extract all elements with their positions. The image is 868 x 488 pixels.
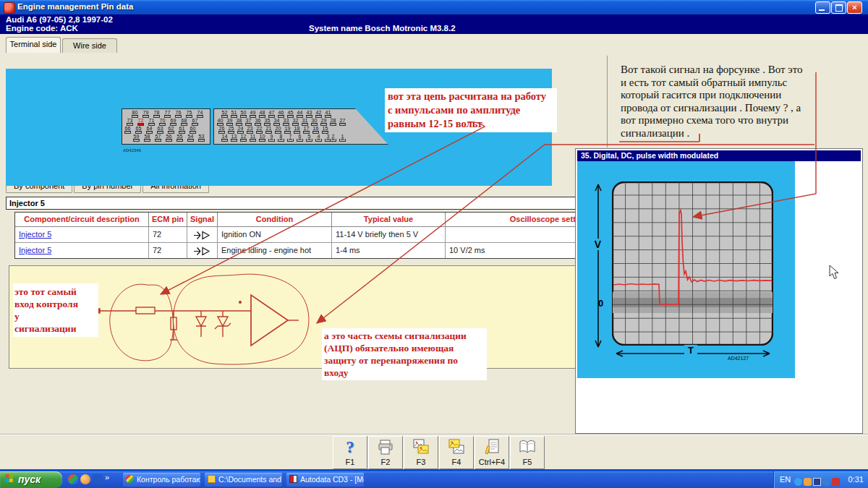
pin-46[interactable]: 46	[276, 111, 286, 118]
start-button[interactable]: пуск	[0, 471, 62, 488]
messenger-icon[interactable]	[794, 478, 802, 486]
pin-23[interactable]: 23	[245, 127, 255, 134]
pin-63[interactable]: 63	[155, 127, 166, 134]
pin-45[interactable]: 45	[286, 111, 295, 118]
task-button-c-documents-and-se[interactable]: C:\Documents and Se...	[205, 473, 282, 487]
pin-42[interactable]: 42	[314, 111, 323, 118]
pin-9[interactable]: 9	[267, 134, 276, 142]
task-button-autodata-cd3-mod[interactable]: Autodata CD3 - [Mod...	[286, 473, 364, 487]
pin-19[interactable]: 19	[283, 127, 292, 134]
pin-25[interactable]: 25	[226, 127, 236, 134]
pin-66[interactable]: 66	[122, 127, 133, 134]
pin-51[interactable]: 51	[229, 111, 239, 118]
pin-22[interactable]: 22	[255, 127, 264, 134]
pin-24[interactable]: 24	[236, 127, 245, 134]
pin-41[interactable]: 41	[323, 111, 333, 118]
component-link[interactable]: Injector 5	[19, 246, 51, 254]
pin-73[interactable]: 73	[124, 119, 135, 126]
pin-10[interactable]: 10	[258, 134, 267, 142]
pin-14[interactable]: 14	[220, 134, 229, 142]
pin-37[interactable]: 37	[244, 119, 253, 126]
pin-4[interactable]: 4	[314, 134, 323, 142]
pin-16[interactable]: 16	[311, 127, 320, 134]
pin-29[interactable]: 29	[319, 119, 328, 126]
pin-33[interactable]: 33	[281, 119, 291, 126]
pin-54[interactable]: 54	[185, 134, 196, 142]
pin-75[interactable]: 75	[184, 111, 195, 118]
language-indicator[interactable]: EN	[780, 475, 791, 484]
toolbar-button-f2[interactable]: F2	[368, 436, 403, 469]
pin-64[interactable]: 64	[144, 127, 155, 134]
pin-44[interactable]: 44	[295, 111, 305, 118]
pin-79[interactable]: 79	[140, 111, 151, 118]
pin-6[interactable]: 6	[295, 134, 305, 142]
pin-53[interactable]: 53	[196, 134, 207, 142]
pin-58[interactable]: 58	[142, 134, 153, 142]
pin-80[interactable]: 80	[129, 111, 140, 118]
pin-72-selected[interactable]: 72	[135, 119, 146, 126]
close-button[interactable]: ×	[847, 1, 862, 14]
pin-1[interactable]: 1	[338, 134, 347, 142]
toolbar-button-ctrl-f4[interactable]: Ctrl+F4	[475, 436, 509, 469]
pin-78[interactable]: 78	[151, 111, 162, 118]
pin-7[interactable]: 7	[286, 134, 295, 142]
pin-61[interactable]: 61	[176, 127, 187, 134]
toolbar-button-f4[interactable]: F4	[439, 436, 474, 469]
pin-38[interactable]: 38	[234, 119, 244, 126]
pin-62[interactable]: 62	[166, 127, 176, 134]
pin-48[interactable]: 48	[258, 111, 267, 118]
toolbar-button-f1[interactable]: ??F1	[333, 436, 367, 469]
pin-11[interactable]: 11	[248, 134, 258, 142]
component-link[interactable]: Injector 5	[19, 230, 51, 239]
pin-21[interactable]: 21	[264, 127, 273, 134]
quick-launch-overflow-chevron[interactable]: »	[105, 473, 109, 481]
pin-20[interactable]: 20	[273, 127, 283, 134]
pin-52[interactable]: 52	[220, 111, 229, 118]
pin-5[interactable]: 5	[305, 134, 314, 142]
hand-icon[interactable]	[804, 478, 812, 486]
toolbar-button-f5[interactable]: F5	[510, 436, 545, 469]
pin-50[interactable]: 50	[239, 111, 248, 118]
pin-30[interactable]: 30	[310, 119, 319, 126]
pin-77[interactable]: 77	[162, 111, 173, 118]
pin-17[interactable]: 17	[302, 127, 311, 134]
restore-button[interactable]	[831, 1, 846, 14]
pin-18[interactable]: 18	[292, 127, 302, 134]
tab-terminal-side[interactable]: Terminal side	[6, 37, 61, 53]
pin-32[interactable]: 32	[291, 119, 300, 126]
pin-67[interactable]: 67	[190, 119, 200, 126]
launcher-icon-1[interactable]	[68, 474, 78, 484]
pin-8[interactable]: 8	[276, 134, 286, 142]
pin-55[interactable]: 55	[174, 134, 185, 142]
pin-35[interactable]: 35	[263, 119, 272, 126]
pin-59[interactable]: 59	[131, 134, 142, 142]
launcher-icon-3[interactable]	[93, 474, 103, 484]
pin-57[interactable]: 57	[153, 134, 163, 142]
tab-wire-side[interactable]: Wire side	[62, 38, 117, 53]
pin-13[interactable]: 13	[229, 134, 239, 142]
pin-68[interactable]: 68	[179, 119, 190, 126]
display-icon[interactable]	[813, 478, 821, 486]
pin-70[interactable]: 70	[157, 119, 168, 126]
pin-31[interactable]: 31	[300, 119, 310, 126]
pin-34[interactable]: 34	[272, 119, 281, 126]
pin-47[interactable]: 47	[267, 111, 276, 118]
update-icon[interactable]	[832, 478, 840, 486]
pin-12[interactable]: 12	[239, 134, 248, 142]
pin-69[interactable]: 69	[168, 119, 179, 126]
minimize-button[interactable]	[815, 1, 830, 14]
pin-40[interactable]: 40	[216, 119, 225, 126]
pin-39[interactable]: 39	[225, 119, 234, 126]
pin-43[interactable]: 43	[305, 111, 314, 118]
pin-56[interactable]: 56	[163, 134, 174, 142]
pin-2[interactable]: 2	[328, 134, 338, 142]
task-button-контроль-работаю[interactable]: Контроль работаю...	[123, 473, 200, 487]
pin-71[interactable]: 71	[146, 119, 157, 126]
info-icon[interactable]	[822, 478, 830, 486]
pin-26[interactable]: 26	[217, 127, 226, 134]
pin-65[interactable]: 65	[133, 127, 144, 134]
pin-76[interactable]: 76	[173, 111, 184, 118]
pin-27[interactable]: 27	[338, 119, 347, 126]
pin-60[interactable]: 60	[187, 127, 198, 134]
toolbar-button-f3[interactable]: F3	[404, 436, 438, 469]
